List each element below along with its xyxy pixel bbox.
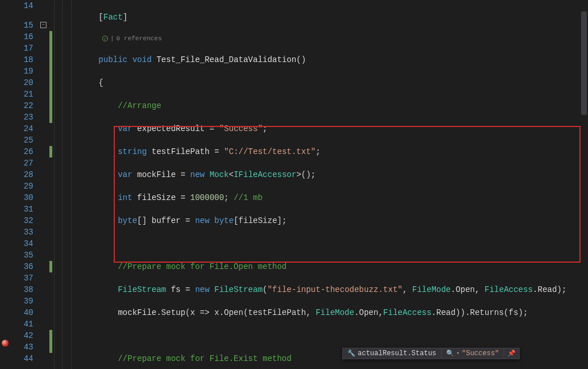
line-number[interactable]: 37 (10, 272, 33, 284)
type: FileStream (118, 285, 166, 294)
string-literal: "C://Test/test.txt" (224, 147, 316, 156)
magnifier-icon[interactable]: 🔍 (446, 348, 454, 359)
line-number[interactable]: 33 (10, 226, 33, 238)
brace: { (99, 78, 103, 87)
comment: //Arrange (118, 101, 161, 110)
line-number[interactable]: 26 (10, 146, 33, 157)
keyword: new (195, 285, 210, 294)
line-number[interactable]: 15 (10, 20, 33, 31)
code-editor[interactable]: 14 15 16 17 18 19 20 21 22 23 24 25 26 2… (0, 0, 588, 369)
string-literal: "file-input-thecodebuzz.txt" (268, 285, 403, 294)
pin-icon[interactable]: 📌 (504, 348, 519, 359)
scrollbar-thumb[interactable] (581, 11, 587, 115)
comment: //Prepare mock for File.Exist method (118, 354, 291, 363)
type: Mock (210, 170, 229, 179)
vertical-scrollbar[interactable] (580, 0, 588, 369)
keyword: new (190, 170, 204, 179)
keyword: new (195, 216, 210, 225)
line-number[interactable]: 25 (10, 134, 33, 146)
line-number[interactable]: 18 (10, 54, 33, 66)
line-number[interactable]: 36 (10, 261, 33, 272)
line-number[interactable]: 16 (10, 31, 33, 43)
line-number[interactable]: 20 (10, 77, 33, 89)
attribute: Fact (103, 13, 123, 22)
line-number-gutter[interactable]: 14 15 16 17 18 19 20 21 22 23 24 25 26 2… (10, 0, 39, 369)
debug-datatip[interactable]: 🔧 actualResult.Status 🔍 ▾ "Success" 📌 (342, 348, 520, 359)
comment: //Prepare mock for File.Open method (118, 262, 287, 271)
line-number[interactable]: 27 (10, 157, 33, 169)
keyword: byte (118, 216, 137, 225)
datatip-value: "Success" (462, 348, 499, 359)
indent-guides (53, 0, 79, 369)
line-number[interactable]: 40 (10, 307, 33, 318)
datatip-expression: actualResult.Status (358, 348, 436, 359)
line-number[interactable]: 32 (10, 215, 33, 226)
comment: //1 mb (234, 193, 262, 202)
line-number[interactable]: 19 (10, 66, 33, 77)
check-icon: ✓ (102, 36, 108, 41)
line-number[interactable]: 22 (10, 100, 33, 112)
line-number[interactable]: 44 (10, 353, 33, 364)
codelens-refs[interactable]: 0 references (117, 34, 162, 43)
glyph-margin[interactable] (0, 0, 10, 369)
codelens[interactable]: ✓|0 references (102, 34, 588, 43)
line-number[interactable]: 29 (10, 180, 33, 192)
line-number[interactable]: 28 (10, 169, 33, 180)
line-number[interactable]: 30 (10, 192, 33, 203)
line-number[interactable]: 14 (10, 0, 33, 11)
line-number[interactable]: 17 (10, 43, 33, 54)
keyword: string (118, 147, 146, 156)
type: FileStream (214, 285, 262, 294)
string-literal: "Success" (219, 124, 263, 133)
line-number[interactable]: 31 (10, 203, 33, 215)
line-number[interactable]: 39 (10, 295, 33, 307)
fold-margin[interactable]: − (39, 0, 49, 369)
line-number[interactable]: 21 (10, 89, 33, 100)
line-number[interactable]: 34 (10, 238, 33, 249)
code-content[interactable]: [Fact] ✓|0 references public void Test_F… (79, 0, 588, 369)
method-name: Test_File_Read_DataValidation (156, 55, 296, 64)
line-number[interactable]: 42 (10, 330, 33, 341)
line-number[interactable]: 23 (10, 112, 33, 123)
keyword: void (132, 55, 152, 64)
line-number[interactable]: 43 (10, 341, 33, 353)
dropdown-icon[interactable]: ▾ (457, 348, 459, 359)
line-number[interactable]: 38 (10, 284, 33, 295)
keyword: var (118, 170, 132, 179)
number: 1000000 (190, 193, 224, 202)
breakpoint-icon[interactable] (2, 340, 9, 347)
wrench-icon[interactable]: 🔧 (347, 348, 355, 359)
keyword: public (99, 55, 127, 64)
keyword: var (118, 124, 132, 133)
fold-toggle-icon[interactable]: − (40, 22, 47, 28)
keyword: int (118, 193, 132, 202)
line-number[interactable]: 35 (10, 249, 33, 261)
line-number[interactable]: 24 (10, 123, 33, 134)
line-number[interactable]: 41 (10, 318, 33, 330)
type: IFileAccessor (234, 170, 296, 179)
keyword: byte (214, 216, 234, 225)
